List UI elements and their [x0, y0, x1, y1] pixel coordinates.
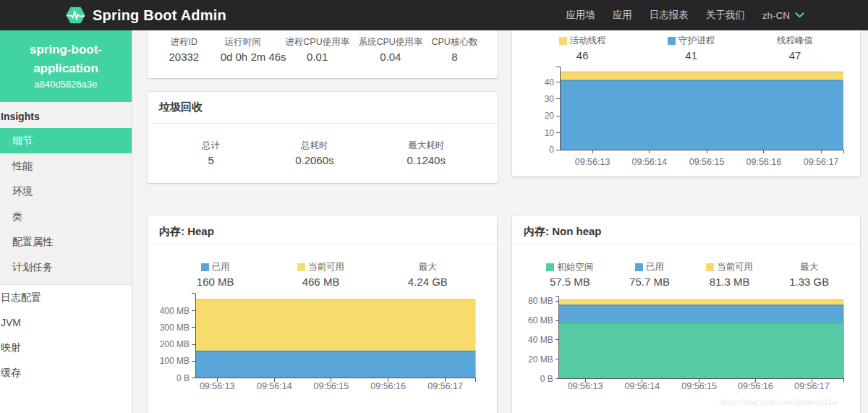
svg-text:09:56:16: 09:56:16	[746, 157, 782, 167]
sidebar: spring-boot-application a840d5826a3e Ins…	[0, 30, 132, 413]
svg-text:10: 10	[545, 128, 555, 138]
legend-swatch-yellow	[559, 37, 567, 45]
spring-boot-admin-logo-icon	[66, 7, 85, 24]
sidebar-item-caches[interactable]: 缓存	[0, 360, 132, 386]
legend-swatch-blue	[201, 263, 209, 271]
sidebar-root-menu: 日志配置 JVM 映射 缓存	[0, 285, 132, 385]
svg-text:09:56:14: 09:56:14	[624, 381, 660, 391]
gc-card-header: 垃圾回收	[148, 92, 498, 124]
stat-value: 57.5 MB	[512, 274, 628, 290]
nav-item-applications[interactable]: 应用	[604, 9, 641, 22]
stat-label: 进程CPU使用率	[265, 36, 370, 48]
stat-peak-threads: 线程峰值 47	[730, 35, 860, 64]
svg-text:09:56:14: 09:56:14	[257, 381, 292, 391]
sidebar-item-environment[interactable]: 环境	[0, 179, 132, 204]
svg-text:09:56:15: 09:56:15	[689, 157, 725, 167]
stat-label-text: 守护进程	[678, 35, 715, 47]
svg-text:20: 20	[545, 111, 555, 121]
stat-nonheap-initial: 初始空间 57.5 MB	[512, 261, 628, 290]
stat-label: 当前可用	[283, 261, 358, 273]
heap-card-title: 内存: Heap	[159, 225, 214, 239]
stat-value: 4.24 GB	[359, 274, 497, 290]
svg-text:09:56:16: 09:56:16	[370, 381, 406, 391]
sidebar-item-mappings[interactable]: 映射	[0, 335, 132, 360]
stat-value: 47	[730, 48, 860, 64]
watermark-text: https://blog.csdn.net/Student111w	[599, 398, 838, 406]
stat-label-text: 已用	[212, 261, 230, 273]
application-box: spring-boot-application a840d5826a3e	[0, 30, 132, 102]
navbar: Spring Boot Admin 应用墙 应用 日志报表 关于我们 zh-CN	[0, 0, 868, 30]
legend-swatch-yellow	[297, 263, 305, 271]
threads-chart: 01020304009:56:1309:56:1409:56:1509:56:1…	[512, 62, 859, 171]
navbar-menu: 应用墙 应用 日志报表 关于我们 zh-CN	[557, 0, 804, 30]
heap-card-header: 内存: Heap	[148, 216, 497, 245]
stat-label: 最大	[788, 261, 831, 273]
nav-item-applications-wall[interactable]: 应用墙	[557, 9, 604, 22]
stat-heap-size: 当前可用 466 MB	[283, 261, 358, 290]
svg-text:09:56:13: 09:56:13	[575, 157, 610, 167]
application-name: spring-boot-application	[0, 41, 132, 78]
stat-value: 160 MB	[148, 274, 283, 290]
stat-label-text: 当前可用	[308, 261, 344, 273]
heap-stats-row: 已用 160 MB 当前可用 466 MB 最大 4.24 GB	[148, 261, 497, 290]
svg-text:09:56:16: 09:56:16	[738, 381, 773, 391]
legend-swatch-yellow	[706, 263, 714, 271]
sidebar-item-details[interactable]: 细节	[0, 128, 132, 153]
stat-gc-total-time: 总耗时 0.2060s	[274, 140, 354, 169]
stat-label: 总计	[148, 140, 274, 152]
process-card: 进程ID 20332 运行时间 0d 0h 2m 46s 进程CPU使用率 0.…	[148, 30, 498, 78]
legend-swatch-blue	[635, 263, 643, 271]
stat-label: 守护进程	[652, 35, 730, 47]
svg-text:09:56:17: 09:56:17	[427, 381, 463, 391]
stat-value: 20332	[148, 49, 221, 65]
brand-link[interactable]: Spring Boot Admin	[66, 0, 226, 30]
threads-stats-row: 活动线程 46 守护进程 41 线程峰值 47	[512, 35, 860, 64]
stat-uptime: 运行时间 0d 0h 2m 46s	[221, 36, 265, 65]
svg-text:400 MB: 400 MB	[160, 306, 190, 316]
nav-item-journal[interactable]: 日志报表	[641, 9, 697, 22]
stat-value: 81.3 MB	[671, 274, 788, 290]
stat-value: 46	[512, 48, 652, 64]
main-content: 进程ID 20332 运行时间 0d 0h 2m 46s 进程CPU使用率 0.…	[132, 30, 868, 413]
stat-label-text: 当前可用	[717, 261, 753, 273]
gc-card-title: 垃圾回收	[159, 101, 203, 114]
sidebar-item-loggers[interactable]: 日志配置	[0, 285, 132, 310]
stat-label: CPU核心数	[412, 36, 498, 48]
stat-nonheap-max: 最大 1.33 GB	[788, 261, 831, 290]
stat-gc-max-time: 最大耗时 0.1240s	[355, 140, 498, 169]
stat-label: 总耗时	[274, 140, 354, 152]
stat-value: 5	[148, 153, 274, 169]
locale-selector[interactable]: zh-CN	[754, 10, 804, 21]
svg-text:80 MB: 80 MB	[528, 296, 553, 306]
sidebar-item-scheduled-tasks[interactable]: 计划任务	[0, 255, 132, 280]
svg-text:0 B: 0 B	[176, 373, 190, 383]
chevron-down-icon	[795, 12, 804, 18]
stat-live-threads: 活动线程 46	[512, 35, 652, 64]
stat-system-cpu: 系统CPU使用率 0.04	[370, 36, 412, 65]
nav-item-about[interactable]: 关于我们	[697, 9, 754, 22]
stat-label: 活动线程	[512, 35, 652, 47]
stat-label-text: 活动线程	[570, 35, 606, 47]
svg-text:20 MB: 20 MB	[528, 354, 553, 365]
stat-label: 运行时间	[221, 36, 265, 48]
stat-value: 0.1240s	[355, 153, 498, 169]
sidebar-item-jvm[interactable]: JVM	[0, 310, 132, 336]
stat-cpu-cores: CPU核心数 8	[412, 36, 498, 65]
nonheap-card-header: 内存: Non heap	[512, 216, 860, 245]
insights-menu: Insights 细节 性能 环境 类 配置属性 计划任务	[0, 102, 132, 285]
stat-label: 进程ID	[148, 36, 221, 48]
threads-card: 活动线程 46 守护进程 41 线程峰值 47 01020304009:56:1…	[512, 30, 860, 176]
sidebar-item-classes[interactable]: 类	[0, 204, 132, 229]
legend-swatch-green	[546, 263, 554, 271]
svg-text:40 MB: 40 MB	[528, 335, 553, 345]
stat-pid: 进程ID 20332	[148, 36, 221, 65]
sidebar-item-config-props[interactable]: 配置属性	[0, 229, 132, 255]
svg-text:09:56:17: 09:56:17	[804, 157, 839, 167]
stat-daemon-threads: 守护进程 41	[652, 35, 730, 64]
sidebar-item-performance[interactable]: 性能	[0, 153, 132, 179]
stat-label: 最大	[359, 261, 497, 273]
memory-nonheap-card: 内存: Non heap 初始空间 57.5 MB 已用 75.7 MB 当前可…	[512, 216, 860, 413]
svg-text:200 MB: 200 MB	[160, 339, 190, 349]
stat-value: 0d 0h 2m 46s	[221, 49, 265, 65]
svg-text:09:56:17: 09:56:17	[794, 381, 830, 391]
